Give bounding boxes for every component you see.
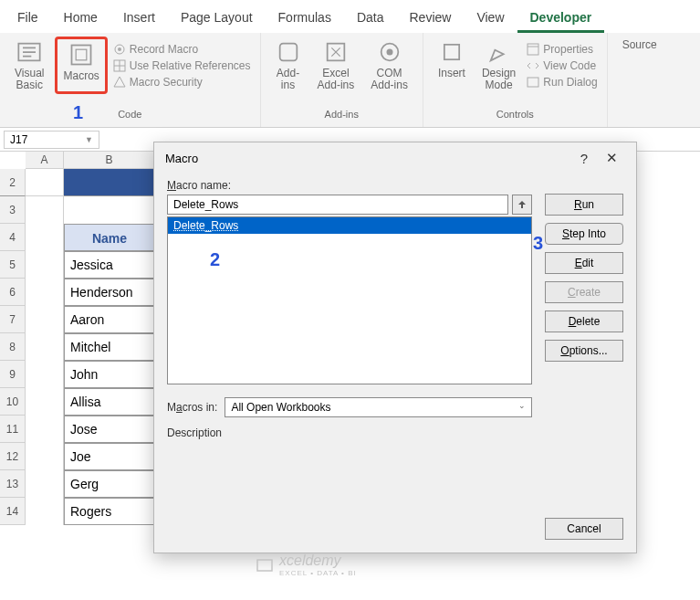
svg-rect-10	[444, 45, 459, 59]
grid-icon	[113, 59, 126, 72]
chevron-down-icon: ▼	[85, 135, 93, 144]
step-into-button[interactable]: Step Into	[545, 223, 623, 245]
ribbon-tabs: File Home Insert Page Layout Formulas Da…	[0, 0, 700, 33]
svg-rect-6	[279, 44, 297, 61]
use-relative-button[interactable]: Use Relative References	[113, 59, 251, 72]
cancel-button[interactable]: Cancel	[545, 518, 623, 540]
row-header[interactable]: 6	[0, 279, 26, 306]
row-header[interactable]: 2	[0, 169, 26, 196]
table-header-name: Name	[64, 224, 155, 251]
table-row[interactable]: Jessica	[64, 251, 155, 279]
insert-icon	[439, 39, 465, 65]
table-row[interactable]: Jose	[64, 416, 155, 443]
macros-button[interactable]: Macros	[55, 37, 107, 94]
table-row[interactable]: Gerg	[64, 470, 155, 498]
row-header[interactable]: 8	[0, 333, 26, 361]
annotation-2: 2	[210, 249, 220, 270]
properties-button[interactable]: Properties	[527, 43, 597, 56]
tab-data[interactable]: Data	[344, 5, 397, 33]
record-macro-button[interactable]: Record Macro	[113, 43, 251, 56]
annotation-1: 1	[73, 102, 83, 123]
tab-insert[interactable]: Insert	[110, 5, 168, 33]
row-header[interactable]: 13	[0, 470, 26, 498]
table-row[interactable]: Allisa	[64, 388, 155, 416]
source-button[interactable]: Source	[617, 37, 663, 54]
row-header[interactable]: 9	[0, 361, 26, 388]
col-header-b[interactable]: B	[64, 152, 155, 169]
svg-rect-11	[528, 44, 538, 55]
row-header[interactable]: 7	[0, 306, 26, 333]
macros-icon	[68, 42, 94, 68]
svg-rect-2	[76, 49, 87, 60]
design-icon	[486, 39, 512, 65]
macros-in-select[interactable]: All Open Workbooks ⌄	[225, 397, 532, 417]
dialog-close-button[interactable]: ✕	[598, 150, 625, 166]
svg-rect-1	[72, 46, 91, 65]
row-header[interactable]: 5	[0, 251, 26, 279]
row-header[interactable]: 3	[0, 196, 26, 224]
tab-file[interactable]: File	[5, 5, 51, 33]
annotation-3: 3	[533, 233, 543, 254]
table-row[interactable]: Aaron	[64, 306, 155, 333]
code-group-label: Code	[118, 109, 141, 123]
insert-button[interactable]: Insert	[433, 37, 471, 94]
design-mode-button[interactable]: Design Mode	[476, 37, 521, 94]
macro-security-button[interactable]: Macro Security	[113, 76, 251, 89]
collapse-dialog-button[interactable]	[512, 195, 532, 215]
macro-dialog: Macro ? ✕ Macro name: Delete_Rows Delete…	[153, 142, 637, 553]
visual-basic-button[interactable]: Visual Basic	[9, 37, 49, 94]
watermark: xceldemy EXCEL • DATA • BI	[256, 553, 357, 577]
row-header[interactable]: 10	[0, 388, 26, 416]
macro-list[interactable]: Delete_Rows	[167, 216, 532, 384]
row-header[interactable]: 12	[0, 443, 26, 470]
run-dialog-button[interactable]: Run Dialog	[527, 76, 597, 89]
tab-review[interactable]: Review	[397, 5, 465, 33]
controls-group-label: Controls	[496, 109, 534, 123]
com-addins-button[interactable]: COM Add-ins	[365, 37, 413, 94]
tab-page-layout[interactable]: Page Layout	[168, 5, 266, 33]
macro-name-label: Macro name:	[167, 179, 623, 192]
arrow-up-icon	[517, 200, 527, 209]
table-row[interactable]: Henderson	[64, 279, 155, 306]
record-icon	[113, 43, 126, 56]
com-addin-icon	[377, 39, 402, 65]
tab-view[interactable]: View	[464, 5, 517, 33]
tab-formulas[interactable]: Formulas	[266, 5, 344, 33]
options-button[interactable]: Options...	[545, 340, 623, 362]
svg-point-9	[386, 49, 392, 56]
list-item[interactable]: Delete_Rows	[168, 217, 531, 234]
dialog-icon	[527, 76, 539, 89]
row-header[interactable]: 4	[0, 224, 26, 251]
warning-icon	[113, 76, 126, 89]
tab-home[interactable]: Home	[51, 5, 110, 33]
macros-in-label: Macros in:	[167, 401, 217, 414]
table-row[interactable]: John	[64, 361, 155, 388]
edit-button[interactable]: Edit	[545, 252, 623, 274]
logo-icon	[256, 556, 274, 574]
addins-group-label: Add-ins	[325, 109, 359, 123]
name-box[interactable]: J17 ▼	[4, 131, 99, 149]
excel-addin-icon	[323, 39, 349, 65]
tab-developer[interactable]: Developer	[517, 5, 605, 33]
macro-name-input[interactable]: Delete_Rows	[167, 195, 508, 215]
dialog-help-button[interactable]: ?	[570, 151, 598, 166]
col-header-a[interactable]: A	[26, 152, 64, 169]
table-row[interactable]: Mitchel	[64, 333, 155, 361]
delete-button[interactable]: Delete	[545, 311, 623, 332]
row-header[interactable]: 14	[0, 498, 26, 525]
group-controls: Insert Design Mode Properties View Code …	[423, 33, 608, 127]
view-code-button[interactable]: View Code	[527, 59, 597, 72]
create-button: Create	[545, 281, 623, 303]
excel-addins-button[interactable]: Excel Add-ins	[312, 37, 360, 94]
run-button[interactable]: Run	[545, 194, 623, 216]
addins-button[interactable]: Add- ins	[270, 37, 307, 94]
row-header[interactable]: 11	[0, 416, 26, 443]
dialog-title: Macro	[165, 152, 198, 165]
table-row[interactable]: Rogers	[64, 498, 155, 525]
svg-rect-13	[257, 560, 272, 571]
group-source: Source	[608, 33, 672, 127]
group-addins: Add- ins Excel Add-ins COM Add-ins Add-i…	[261, 33, 423, 127]
svg-rect-12	[528, 78, 538, 87]
addin-icon	[276, 39, 301, 65]
table-row[interactable]: Joe	[64, 443, 155, 470]
